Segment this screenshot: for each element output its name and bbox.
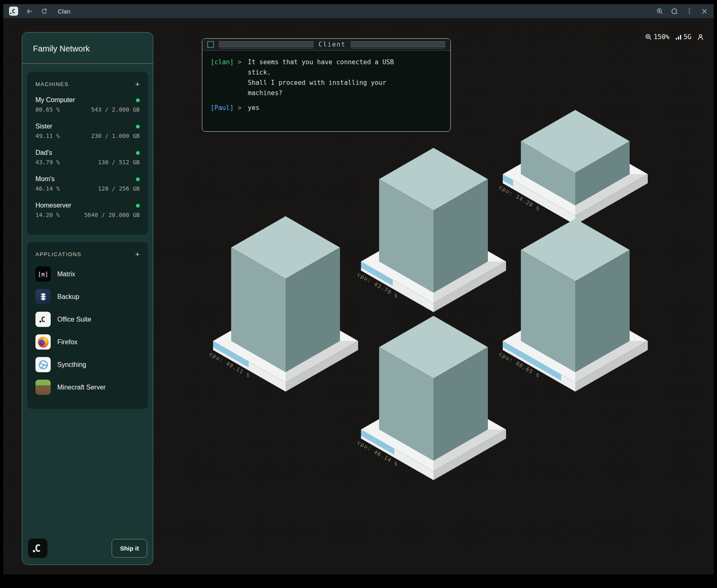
machine-cube[interactable]: cpu: 14.20 % <box>498 110 648 225</box>
titlebar-stripes <box>351 42 445 48</box>
chat-prompt: > <box>238 57 241 98</box>
add-application-button[interactable]: + <box>135 252 140 257</box>
online-dot <box>136 177 140 181</box>
application-name: Office Suite <box>57 316 91 323</box>
machine-mem: 130 / 512 GB <box>98 159 140 166</box>
machine-cube[interactable]: cpu: 46.14 % <box>356 316 506 480</box>
chat-text: It seems that you have connected a USB s… <box>248 57 394 98</box>
network-title: Family Network <box>22 33 153 64</box>
machines-panel: MACHINES + My Computer 80.65 % 543 / 2.0… <box>27 72 148 235</box>
backup-icon <box>35 289 51 304</box>
menu-kebab-icon[interactable] <box>686 7 693 15</box>
extensions-icon[interactable] <box>671 7 678 15</box>
zoom-icon[interactable] <box>656 7 663 15</box>
machine-item[interactable]: Homeserver 14.20 % 5640 / 20.000 GB <box>35 202 140 218</box>
status-indicators: 150% 5G <box>645 33 704 41</box>
machine-item[interactable]: Mom's 46.14 % 120 / 256 GB <box>35 175 140 192</box>
machines-list: My Computer 80.65 % 543 / 2.000 GB Siste… <box>35 96 140 218</box>
clan-logo-icon: C <box>9 7 18 16</box>
titlebar-stripes <box>219 42 314 48</box>
chat-message: [clan] > It seems that you have connecte… <box>211 57 442 98</box>
machine-name: My Computer <box>35 96 75 104</box>
machine-cpu: 43.79 % <box>35 159 60 166</box>
firefox-icon <box>35 334 51 350</box>
application-item[interactable]: C Office Suite <box>35 312 140 327</box>
online-dot <box>136 125 140 128</box>
office-suite-icon: C <box>35 312 51 327</box>
machines-header: MACHINES <box>35 81 69 87</box>
application-item[interactable]: Firefox <box>35 334 140 350</box>
zoom-value: 150% <box>654 33 670 41</box>
add-machine-button[interactable]: + <box>135 82 140 87</box>
desktop-viewport: cpu: 14.20 %cpu: 43.79 %cpu: 49.11 %cpu:… <box>3 18 714 574</box>
application-name: Firefox <box>57 338 77 346</box>
chat-sender: [Paul] <box>211 103 234 113</box>
client-title: Client <box>319 41 346 48</box>
ship-it-button[interactable]: Ship it <box>112 539 147 558</box>
sidebar: Family Network MACHINES + My Computer 80… <box>22 32 153 565</box>
machine-name: Dad's <box>35 149 52 156</box>
machine-item[interactable]: My Computer 80.65 % 543 / 2.000 GB <box>35 96 140 113</box>
magnifier-plus-icon <box>645 33 652 40</box>
network-value: 5G <box>684 33 691 41</box>
application-item[interactable]: Backup <box>35 289 140 304</box>
machine-mem: 5640 / 20.000 GB <box>84 212 140 218</box>
chat-message: [Paul] > yes <box>211 103 442 113</box>
network-status: 5G <box>675 33 691 41</box>
machine-cpu: 49.11 % <box>35 133 60 139</box>
chat-prompt: > <box>238 103 241 113</box>
machine-cpu: 14.20 % <box>35 212 60 218</box>
machine-cube[interactable]: cpu: 43.79 % <box>356 148 506 312</box>
online-dot <box>136 151 140 155</box>
application-item[interactable]: Minecraft Server <box>35 380 140 395</box>
chat-sender: [clan] <box>211 57 234 98</box>
machine-name: Mom's <box>35 175 55 183</box>
application-item[interactable]: [m] Matrix <box>35 266 140 282</box>
user-icon[interactable] <box>697 34 704 40</box>
client-messages: [clan] > It seems that you have connecte… <box>202 51 450 124</box>
machine-cpu: 46.14 % <box>35 185 60 192</box>
machine-item[interactable]: Sister 49.11 % 230 / 1.000 GB <box>35 123 140 139</box>
application-name: Backup <box>57 293 79 301</box>
zoom-level: 150% <box>645 33 670 41</box>
machine-cpu: 80.65 % <box>35 106 60 113</box>
matrix-icon: [m] <box>35 266 51 282</box>
machine-name: Homeserver <box>35 202 71 209</box>
client-window: Client [clan] > It seems that you have c… <box>202 38 451 132</box>
machine-name: Sister <box>35 123 52 130</box>
client-titlebar[interactable]: Client <box>202 39 450 51</box>
applications-header: APPLICATIONS <box>35 251 82 257</box>
minecraft-icon <box>35 380 51 395</box>
machine-item[interactable]: Dad's 43.79 % 130 / 512 GB <box>35 149 140 166</box>
chat-text: yes <box>248 103 259 113</box>
page-title: Clan <box>58 8 70 15</box>
applications-list: [m] Matrix Backup C Office Suite Firefox… <box>35 266 140 395</box>
application-name: Minecraft Server <box>57 384 105 391</box>
online-dot <box>136 204 140 208</box>
machine-mem: 543 / 2.000 GB <box>91 106 140 113</box>
browser-topbar: C Clan <box>3 4 714 18</box>
machine-cube[interactable]: cpu: 80.65 % <box>498 219 648 392</box>
online-dot <box>136 98 140 102</box>
signal-bars-icon <box>675 34 682 40</box>
window-close-box-icon[interactable] <box>207 41 214 48</box>
application-item[interactable]: Syncthing <box>35 357 140 372</box>
app-window: C Clan cpu: 14.20 <box>0 0 717 588</box>
machine-mem: 120 / 256 GB <box>98 185 140 192</box>
close-icon[interactable] <box>701 7 708 15</box>
application-name: Matrix <box>57 271 75 278</box>
back-icon[interactable] <box>26 7 33 15</box>
syncthing-icon <box>35 357 51 372</box>
application-name: Syncthing <box>57 361 86 369</box>
refresh-icon[interactable] <box>40 7 48 15</box>
machine-cube[interactable]: cpu: 49.11 % <box>209 216 358 392</box>
clan-footer-logo-icon: C <box>28 539 47 558</box>
applications-panel: APPLICATIONS + [m] Matrix Backup C Offic… <box>27 242 148 409</box>
machine-mem: 230 / 1.000 GB <box>91 133 140 139</box>
